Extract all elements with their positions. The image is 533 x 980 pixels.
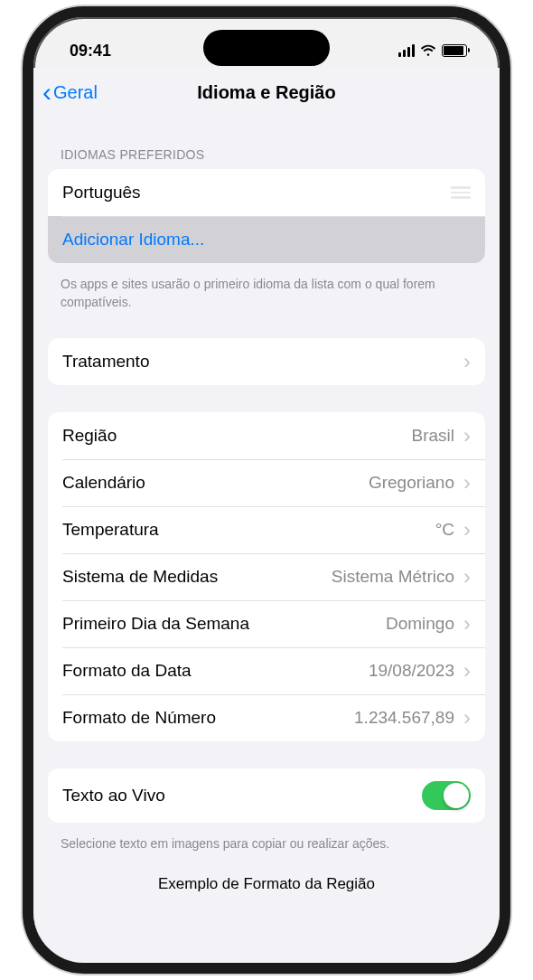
chevron-right-icon: › bbox=[463, 707, 471, 729]
region-value: Brasil bbox=[411, 426, 454, 446]
live-text-label: Texto ao Vivo bbox=[62, 786, 422, 806]
measurement-label: Sistema de Medidas bbox=[62, 567, 332, 587]
live-text-footer: Selecione texto em imagens para copiar o… bbox=[33, 828, 500, 853]
chevron-right-icon: › bbox=[463, 472, 471, 494]
toggle-knob bbox=[444, 783, 469, 808]
add-language-label: Adicionar Idioma... bbox=[62, 230, 471, 250]
treatment-group: Tratamento › bbox=[48, 338, 485, 385]
status-time: 09:41 bbox=[70, 42, 111, 61]
preferred-languages-group: Português Adicionar Idioma... bbox=[48, 169, 485, 263]
back-label: Geral bbox=[53, 82, 98, 103]
number-format-value: 1.234.567,89 bbox=[354, 708, 454, 728]
temperature-value: °C bbox=[435, 520, 454, 540]
measurement-value: Sistema Métrico bbox=[332, 567, 454, 587]
cellular-signal-icon bbox=[398, 44, 415, 57]
content-area: IDIOMAS PREFERIDOS Português Adicionar I… bbox=[33, 118, 500, 965]
preferred-languages-header: IDIOMAS PREFERIDOS bbox=[33, 147, 500, 169]
dynamic-island bbox=[203, 30, 330, 66]
first-day-value: Domingo bbox=[386, 614, 454, 634]
chevron-right-icon: › bbox=[463, 613, 471, 635]
first-day-row[interactable]: Primeiro Dia da Semana Domingo › bbox=[48, 600, 485, 647]
chevron-left-icon: ‹ bbox=[42, 79, 51, 106]
calendar-value: Gregoriano bbox=[369, 473, 454, 493]
chevron-right-icon: › bbox=[463, 351, 471, 372]
date-format-value: 19/08/2023 bbox=[369, 661, 454, 681]
region-row[interactable]: Região Brasil › bbox=[48, 412, 485, 459]
treatment-label: Tratamento bbox=[62, 352, 454, 372]
chevron-right-icon: › bbox=[463, 660, 471, 682]
phone-frame: 09:41 ‹ Geral Idioma e Região IDIOMAS PR… bbox=[23, 6, 510, 974]
language-row-primary[interactable]: Português bbox=[48, 169, 485, 216]
wifi-icon bbox=[420, 44, 436, 57]
number-format-label: Formato de Número bbox=[62, 708, 354, 728]
date-format-row[interactable]: Formato da Data 19/08/2023 › bbox=[48, 647, 485, 694]
drag-handle-icon[interactable] bbox=[451, 186, 471, 199]
region-label: Região bbox=[62, 426, 411, 446]
temperature-label: Temperatura bbox=[62, 520, 435, 540]
number-format-row[interactable]: Formato de Número 1.234.567,89 › bbox=[48, 694, 485, 741]
treatment-row[interactable]: Tratamento › bbox=[48, 338, 485, 385]
first-day-label: Primeiro Dia da Semana bbox=[62, 614, 386, 634]
navigation-bar: ‹ Geral Idioma e Região bbox=[33, 68, 500, 118]
temperature-row[interactable]: Temperatura °C › bbox=[48, 506, 485, 553]
region-format-example-header: Exemplo de Formato da Região bbox=[33, 853, 500, 893]
page-title: Idioma e Região bbox=[197, 82, 335, 103]
back-button[interactable]: ‹ Geral bbox=[42, 79, 98, 106]
date-format-label: Formato da Data bbox=[62, 661, 369, 681]
language-label: Português bbox=[62, 183, 451, 203]
status-icons bbox=[398, 44, 467, 57]
live-text-group: Texto ao Vivo bbox=[48, 768, 485, 823]
live-text-row: Texto ao Vivo bbox=[48, 768, 485, 823]
calendar-row[interactable]: Calendário Gregoriano › bbox=[48, 459, 485, 506]
chevron-right-icon: › bbox=[463, 425, 471, 447]
preferred-languages-footer: Os apps e sites usarão o primeiro idioma… bbox=[33, 269, 500, 311]
measurement-row[interactable]: Sistema de Medidas Sistema Métrico › bbox=[48, 553, 485, 600]
add-language-button[interactable]: Adicionar Idioma... bbox=[48, 216, 485, 263]
chevron-right-icon: › bbox=[463, 566, 471, 588]
battery-icon bbox=[442, 44, 467, 57]
live-text-toggle[interactable] bbox=[422, 781, 471, 810]
chevron-right-icon: › bbox=[463, 519, 471, 541]
region-settings-group: Região Brasil › Calendário Gregoriano › … bbox=[48, 412, 485, 741]
calendar-label: Calendário bbox=[62, 473, 369, 493]
